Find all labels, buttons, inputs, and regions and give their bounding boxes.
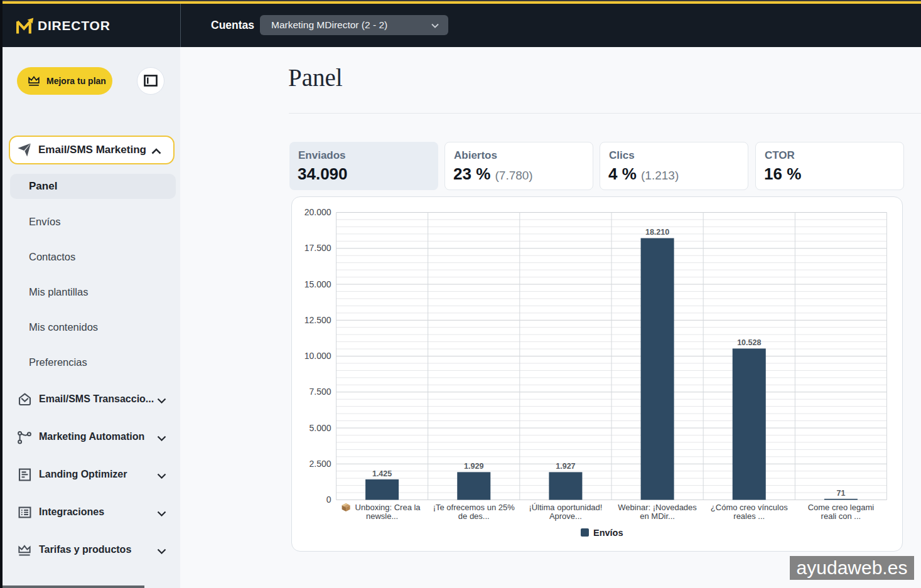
svg-text:¡Última oportunidad!: ¡Última oportunidad!: [529, 503, 602, 512]
svg-text:Webinar: ¡Novedades: Webinar: ¡Novedades: [618, 503, 697, 512]
svg-text:reales ...: reales ...: [733, 511, 765, 521]
svg-text:Aprove...: Aprove...: [549, 511, 582, 521]
svg-text:Unboxing: Crea la: Unboxing: Crea la: [355, 503, 421, 512]
svg-text:¡Te ofrecemos un 25%: ¡Te ofrecemos un 25%: [433, 503, 515, 512]
svg-text:Come creo legami: Come creo legami: [808, 503, 875, 512]
svg-text:5.000: 5.000: [309, 423, 331, 433]
svg-text:20.000: 20.000: [304, 207, 331, 217]
svg-text:newsle...: newsle...: [366, 511, 398, 521]
svg-text:71: 71: [836, 489, 845, 498]
svg-text:2.500: 2.500: [309, 459, 331, 469]
svg-text:17.500: 17.500: [304, 243, 331, 253]
svg-text:1.927: 1.927: [556, 462, 575, 471]
svg-text:1.929: 1.929: [464, 462, 483, 471]
svg-text:18.210: 18.210: [645, 228, 669, 237]
svg-text:12.500: 12.500: [304, 315, 331, 325]
svg-text:7.500: 7.500: [309, 387, 331, 397]
svg-text:10.000: 10.000: [304, 351, 331, 361]
svg-text:1.425: 1.425: [372, 469, 392, 478]
svg-text:15.000: 15.000: [304, 279, 331, 289]
svg-text:Envíos: Envíos: [593, 528, 623, 538]
svg-text:0: 0: [326, 494, 331, 505]
svg-text:¿Cómo creo vínculos: ¿Cómo creo vínculos: [711, 503, 788, 512]
svg-text:10.528: 10.528: [737, 338, 761, 347]
svg-text:de des...: de des...: [458, 511, 490, 521]
svg-text:en MDir...: en MDir...: [640, 511, 675, 521]
svg-text:reali con ...: reali con ...: [821, 511, 861, 521]
